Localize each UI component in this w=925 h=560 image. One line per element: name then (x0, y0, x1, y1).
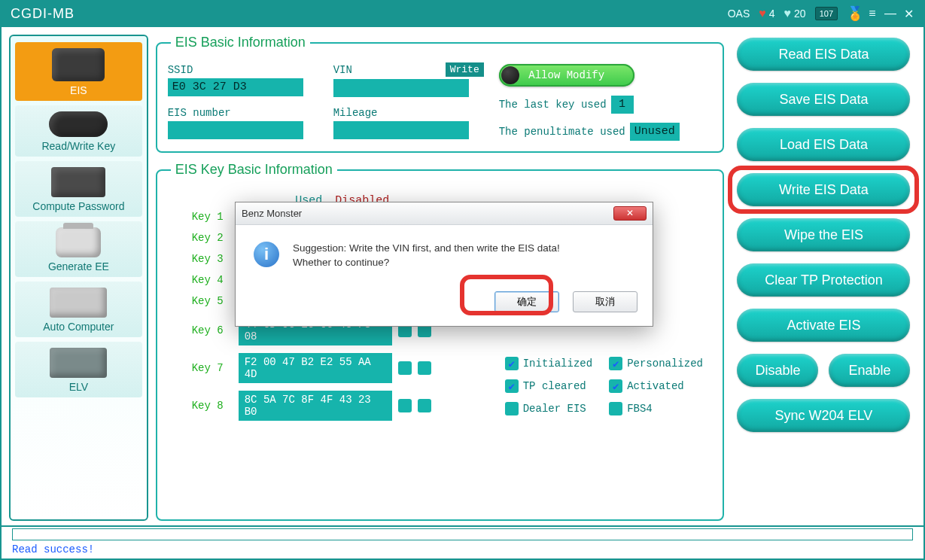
last-key-label: The last key used (499, 99, 607, 111)
info-icon: i (254, 242, 279, 267)
sidebar-item-label: Read/Write Key (41, 140, 115, 152)
key-value[interactable]: F2 00 47 B2 E2 55 AA 4D (239, 353, 392, 383)
dialog-message: Suggestion: Write the VIN first, and the… (293, 242, 560, 270)
heart-teal-icon: ♥ (784, 7, 792, 20)
flag-dealer-eis: Dealer EIS (505, 402, 592, 415)
checkbox-icon[interactable]: ✔ (609, 357, 622, 370)
vin-value[interactable] (333, 79, 469, 97)
write-eis-button[interactable]: Write EIS Data (737, 173, 910, 206)
close-icon[interactable]: ✕ (899, 7, 917, 21)
eis-basic-group: EIS Basic Information SSID E0 3C 27 D3 V… (156, 35, 724, 153)
sidebar-item-generate-ee[interactable]: Generate EE (15, 221, 142, 277)
printer-icon (56, 227, 101, 257)
oas-label: OAS (728, 8, 750, 20)
dialog-titlebar: Benz Monster ✕ (236, 202, 653, 225)
minimize-icon[interactable]: — (881, 7, 899, 20)
key-label: Key 4 (192, 274, 233, 286)
allow-modify-label: Allow Modify (528, 69, 604, 81)
eis-icon (52, 48, 105, 81)
dialog-msg-line1: Suggestion: Write the VIN first, and the… (293, 242, 560, 256)
hearts-red-count: 4 (769, 8, 775, 20)
disable-button[interactable]: Disable (737, 354, 818, 387)
checkbox-icon[interactable]: ✔ (505, 379, 519, 393)
wipe-eis-button[interactable]: Wipe the EIS (737, 218, 910, 251)
eis-keys-legend: EIS Key Basic Information (171, 162, 337, 178)
key-label: Key 3 (192, 253, 233, 265)
key-label: Key 7 (192, 362, 233, 374)
confirm-dialog: Benz Monster ✕ i Suggestion: Write the V… (235, 202, 653, 327)
checkbox-icon[interactable]: ✔ (505, 357, 519, 370)
vin-label: VIN (333, 64, 352, 76)
mileage-value[interactable] (333, 121, 469, 139)
key-icon (49, 111, 108, 137)
eis-number-value[interactable] (168, 121, 303, 139)
sidebar-item-compute-password[interactable]: Compute Password (15, 161, 142, 217)
quota-box: 107 (815, 7, 838, 20)
save-eis-button[interactable]: Save EIS Data (737, 83, 910, 116)
sidebar-item-eis[interactable]: EIS (15, 42, 142, 101)
activate-eis-button[interactable]: Activate EIS (737, 309, 910, 342)
footer: Read success! (0, 527, 925, 560)
sidebar-item-label: EIS (70, 84, 87, 96)
key-label: Key 8 (192, 400, 233, 412)
eis-basic-legend: EIS Basic Information (171, 35, 310, 50)
sidebar-item-label: Compute Password (32, 200, 124, 212)
sidebar-item-label: Auto Computer (43, 321, 114, 333)
used-checkbox[interactable] (398, 399, 412, 412)
dialog-cancel-button[interactable]: 取消 (573, 291, 637, 312)
flag-activated: ✔Activated (609, 379, 703, 393)
quota-value: 107 (815, 7, 838, 20)
toggle-knob-icon (501, 66, 519, 84)
hearts-teal-count: 20 (794, 8, 806, 20)
flag-initialized: ✔Initialized (505, 357, 592, 370)
elv-icon (50, 348, 107, 378)
key-row: Key 7F2 00 47 B2 E2 55 AA 4D (192, 353, 493, 383)
status-text: Read success! (12, 543, 913, 555)
read-eis-button[interactable]: Read EIS Data (737, 38, 910, 71)
ssid-label: SSID (168, 64, 318, 76)
eis-number-label: EIS number (168, 107, 318, 119)
hearts-red: ♥ 4 (759, 7, 774, 20)
disabled-checkbox[interactable] (418, 361, 431, 375)
penult-label: The penultimate used (499, 126, 625, 138)
menu-icon[interactable]: ≡ (863, 7, 881, 20)
dialog-ok-button[interactable]: 确定 (494, 291, 559, 312)
clear-tp-button[interactable]: Clear TP Protection (737, 263, 910, 297)
actions-column: Read EIS Data Save EIS Data Load EIS Dat… (732, 35, 916, 521)
sidebar-item-readwrite-key[interactable]: Read/Write Key (15, 105, 142, 157)
load-eis-button[interactable]: Load EIS Data (737, 128, 910, 161)
key-row: Key 88C 5A 7C 8F 4F 43 23 B0 (192, 391, 493, 421)
dialog-close-icon[interactable]: ✕ (613, 206, 647, 221)
ssid-value[interactable]: E0 3C 27 D3 (168, 78, 303, 96)
flag-personalized: ✔Personalized (609, 357, 703, 370)
dialog-msg-line2: Whether to continue? (293, 256, 560, 270)
sidebar-item-label: Generate EE (48, 260, 109, 272)
app-title: CGDI-MB (11, 6, 75, 22)
checkbox-icon[interactable]: ✔ (609, 379, 622, 393)
sidebar-item-label: ELV (69, 381, 88, 393)
ecu-icon (50, 288, 107, 318)
vin-write-button[interactable]: Write (446, 62, 484, 77)
progress-bar (12, 528, 913, 540)
key-label: Key 5 (192, 295, 233, 307)
used-checkbox[interactable] (398, 361, 412, 375)
checkbox-icon[interactable] (505, 402, 519, 415)
flag-tp-cleared: ✔TP cleared (505, 379, 592, 393)
hearts-teal: ♥ 20 (784, 7, 806, 20)
chip-icon (51, 167, 105, 197)
disabled-checkbox[interactable] (418, 399, 431, 412)
dialog-title-text: Benz Monster (242, 208, 302, 219)
checkbox-icon[interactable] (609, 402, 622, 415)
flag-fbs4: FBS4 (609, 402, 703, 415)
sidebar-item-auto-computer[interactable]: Auto Computer (15, 282, 142, 337)
sidebar-item-elv[interactable]: ELV (15, 342, 142, 397)
last-key-value: 1 (611, 96, 634, 114)
enable-button[interactable]: Enable (829, 354, 910, 387)
key-value[interactable]: 8C 5A 7C 8F 4F 43 23 B0 (239, 391, 392, 421)
allow-modify-toggle[interactable]: Allow Modify (499, 64, 634, 87)
sidebar: EIS Read/Write Key Compute Password Gene… (9, 35, 148, 521)
flags-grid: ✔Initialized ✔Personalized ✔TP cleared ✔… (505, 357, 703, 415)
mileage-label: Mileage (333, 107, 484, 119)
sync-w204-button[interactable]: Sync W204 ELV (737, 399, 910, 432)
medal-icon: 🏅 (847, 5, 863, 22)
